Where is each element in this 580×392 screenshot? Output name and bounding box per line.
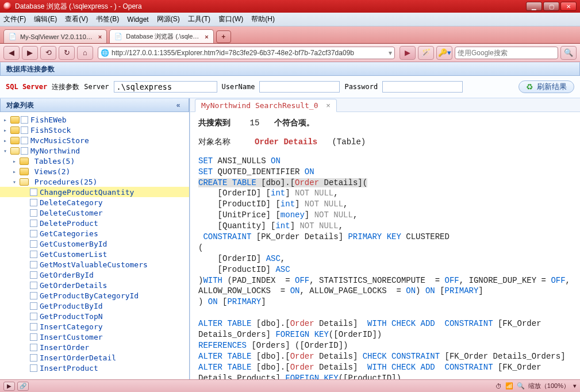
tree-procedure[interactable]: GetProductTopN — [0, 311, 189, 321]
tree-db[interactable]: ▸MvcMusicStore — [0, 135, 189, 145]
tree-label: ChangeProductQuantity — [40, 188, 134, 197]
tab-close-icon[interactable]: × — [205, 33, 208, 40]
tree-procedure[interactable]: GetOrderById — [0, 270, 189, 280]
menu-bookmarks[interactable]: 书签(B) — [96, 14, 119, 24]
tree-label: Tables(5) — [34, 157, 75, 166]
tree-procedure[interactable]: GetCustomerById — [0, 239, 189, 249]
menu-window[interactable]: 窗口(W) — [218, 14, 243, 24]
tree-db[interactable]: ▸FishEWeb — [0, 114, 189, 125]
tree-procedure[interactable]: DeleteCustomer — [0, 207, 189, 218]
tree-procedure[interactable]: GetCustomerList — [0, 249, 189, 259]
go-button[interactable]: ▶ — [400, 46, 416, 60]
search-button[interactable]: 🔍 — [560, 46, 577, 60]
proc-icon — [30, 199, 37, 206]
result-tab-label: MyNorthwind SearchResult_0 — [201, 101, 318, 110]
sync-button[interactable]: 🔗 — [17, 382, 29, 391]
forward-button[interactable]: ▶ — [22, 46, 38, 60]
dropdown-icon[interactable]: ▾ — [389, 49, 392, 57]
content-tabstrip: MyNorthwind SearchResult_0 × — [190, 98, 580, 112]
tree-procedure[interactable]: GetMostValuableCustomers — [0, 259, 189, 270]
tree-procedure[interactable]: ChangeProductQuantity — [0, 187, 189, 197]
tree-label: MyNorthwind — [30, 147, 80, 155]
username-input[interactable] — [259, 81, 340, 93]
search-engine-button[interactable]: 🔑▾ — [436, 46, 452, 60]
chevron-down-icon[interactable]: ▾ — [573, 382, 577, 390]
collapse-icon[interactable]: « — [174, 101, 183, 109]
tree-label: GetMostValuableCustomers — [40, 260, 148, 269]
back-button[interactable]: ◀ — [3, 46, 20, 60]
menu-tools[interactable]: 工具(T) — [188, 14, 210, 24]
tab-close-icon[interactable]: × — [98, 33, 102, 40]
url-box[interactable]: 🌐 ▾ — [98, 47, 395, 59]
proc-icon — [30, 230, 37, 237]
tree-db[interactable]: ▸FishStock — [0, 125, 189, 135]
search-input[interactable] — [458, 49, 555, 57]
sql-block: SET ANSI_NULLS ON SET QUOTED_IDENTIFIER … — [198, 156, 572, 392]
statusbar: ▶ 🔗 ⏱ 📶 🔍 缩放（100%） ▾ — [0, 379, 580, 392]
close-icon[interactable]: × — [326, 101, 331, 110]
zoom-icon[interactable]: 🔍 — [517, 382, 525, 390]
tree-tables[interactable]: ▸ Tables(5) — [0, 156, 189, 166]
tree-label: GetProductTopN — [40, 312, 103, 321]
tree-procedure[interactable]: DeleteCategory — [0, 197, 189, 207]
proc-icon — [30, 344, 37, 351]
home-button[interactable]: ⌂ — [77, 46, 93, 60]
tree-procedure[interactable]: GetProductById — [0, 301, 189, 311]
panel-toggle-button[interactable]: ▶ — [3, 382, 15, 391]
tree-procedure[interactable]: InsertProduct — [0, 363, 189, 373]
db-icon — [21, 126, 28, 134]
new-tab-button[interactable]: + — [216, 30, 231, 43]
search-box[interactable] — [455, 47, 558, 59]
menu-help[interactable]: 帮助(H) — [251, 14, 275, 24]
tree-procedure[interactable]: GetOrderDetails — [0, 280, 189, 290]
sidebar: 对象列表 « ▸FishEWeb▸FishStock▸MvcMusicStore… — [0, 98, 190, 392]
server-input[interactable] — [114, 81, 217, 93]
menu-widget[interactable]: Widget — [127, 16, 148, 24]
menu-feeds[interactable]: 网源(S) — [157, 14, 180, 24]
menu-edit[interactable]: 编辑(E) — [34, 14, 57, 24]
tree-label: InsertOrder — [40, 343, 89, 352]
menu-file[interactable]: 文件(F) — [3, 14, 26, 24]
reload-button[interactable]: ↻ — [59, 46, 75, 60]
tree-procedure[interactable]: InsertCategory — [0, 321, 189, 332]
password-input[interactable] — [382, 81, 463, 93]
tree-procedure[interactable]: InsertOrder — [0, 342, 189, 352]
tree-views[interactable]: ▸ Views(2) — [0, 166, 189, 176]
tree-procedure[interactable]: GetCategories — [0, 228, 189, 239]
connection-params-header: 数据库连接参数 — [0, 62, 580, 76]
tree-label: DeleteCategory — [40, 198, 103, 207]
tree-label: InsertOrderDetail — [40, 353, 116, 362]
folder-icon — [10, 137, 20, 144]
rewind-button[interactable]: ⟲ — [40, 46, 56, 60]
window-title: Database 浏览器 (.\sqlexpress - ) - Opera — [15, 2, 142, 11]
tree-procedure[interactable]: GetProductByCategoryId — [0, 290, 189, 301]
refresh-label: 刷新结果 — [537, 82, 567, 92]
maximize-button[interactable]: ▢ — [543, 2, 559, 11]
turbo-icon[interactable]: ⏱ — [496, 383, 502, 390]
window-titlebar: Database 浏览器 (.\sqlexpress - ) - Opera ▁… — [0, 0, 580, 13]
tree-label: DeleteProduct — [40, 219, 98, 228]
refresh-button[interactable]: ♻ 刷新结果 — [518, 80, 574, 93]
tree-procedure[interactable]: InsertCustomer — [0, 332, 189, 342]
tree-db[interactable]: ▾MyNorthwind — [0, 145, 189, 156]
page-icon: 📄 — [114, 33, 122, 40]
wand-button[interactable]: 🪄 — [418, 46, 434, 60]
tab-sqlviewer[interactable]: 📄 My-SqlViewer V2.0.110… × — [3, 29, 107, 43]
browser-tabstrip: 📄 My-SqlViewer V2.0.110… × 📄 Database 浏览… — [0, 26, 580, 44]
server-type-label: SQL Server — [6, 83, 47, 91]
proc-icon — [30, 271, 37, 279]
tree-procedure[interactable]: DeleteProduct — [0, 218, 189, 228]
tab-database-explorer[interactable]: 📄 Database 浏览器 (.\sqle… × — [109, 29, 214, 43]
tree-procedure[interactable]: InsertOrderDetail — [0, 352, 189, 363]
close-button[interactable]: ✕ — [560, 2, 577, 11]
result-tab[interactable]: MyNorthwind SearchResult_0 × — [195, 99, 337, 112]
folder-icon — [20, 168, 29, 175]
minimize-button[interactable]: ▁ — [526, 2, 542, 11]
result-body: 共搜索到 15 个符合项。 对象名称 Order Details (Table)… — [190, 112, 580, 392]
content-area: MyNorthwind SearchResult_0 × 共搜索到 15 个符合… — [190, 98, 580, 392]
tree-procedures[interactable]: ▾ Procedures(25) — [0, 176, 189, 187]
object-tree[interactable]: ▸FishEWeb▸FishStock▸MvcMusicStore ▾MyNor… — [0, 112, 189, 392]
url-input[interactable] — [112, 49, 389, 57]
params-label: 连接参数 — [52, 82, 79, 92]
menu-view[interactable]: 查看(V) — [65, 14, 88, 24]
